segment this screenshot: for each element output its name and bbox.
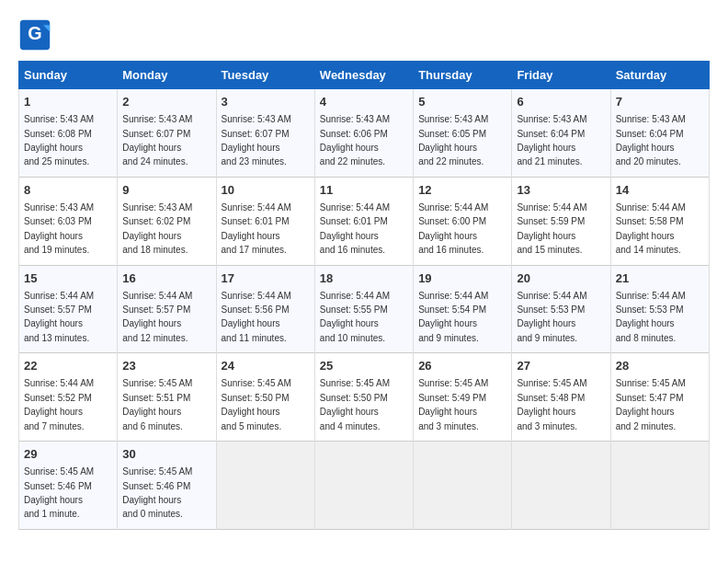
day-info: Sunrise: 5:44 AM Sunset: 5:52 PM Dayligh… — [24, 378, 94, 431]
day-cell: 14 Sunrise: 5:44 AM Sunset: 5:58 PM Dayl… — [610, 177, 709, 265]
day-info: Sunrise: 5:45 AM Sunset: 5:50 PM Dayligh… — [320, 378, 390, 431]
day-number: 7 — [616, 94, 704, 110]
day-info: Sunrise: 5:44 AM Sunset: 5:57 PM Dayligh… — [122, 291, 192, 343]
day-info: Sunrise: 5:44 AM Sunset: 5:53 PM Dayligh… — [616, 291, 686, 343]
day-number: 16 — [122, 270, 210, 287]
day-number: 20 — [517, 270, 605, 287]
day-number: 18 — [320, 270, 408, 287]
day-cell: 12 Sunrise: 5:44 AM Sunset: 6:00 PM Dayl… — [414, 177, 512, 265]
day-cell: 5 Sunrise: 5:43 AM Sunset: 6:05 PM Dayli… — [414, 89, 512, 178]
day-info: Sunrise: 5:45 AM Sunset: 5:46 PM Dayligh… — [24, 466, 94, 519]
weekday-header-tuesday: Tuesday — [216, 62, 314, 89]
day-info: Sunrise: 5:45 AM Sunset: 5:51 PM Dayligh… — [122, 378, 192, 431]
day-cell: 3 Sunrise: 5:43 AM Sunset: 6:07 PM Dayli… — [216, 89, 314, 178]
day-number: 1 — [24, 94, 112, 110]
day-number: 10 — [222, 182, 310, 199]
day-number: 30 — [122, 446, 210, 463]
week-row-4: 22 Sunrise: 5:44 AM Sunset: 5:52 PM Dayl… — [19, 353, 710, 442]
weekday-header-friday: Friday — [512, 62, 610, 89]
day-cell — [414, 442, 512, 530]
day-info: Sunrise: 5:43 AM Sunset: 6:06 PM Dayligh… — [320, 114, 390, 167]
day-number: 9 — [122, 182, 210, 199]
day-cell: 26 Sunrise: 5:45 AM Sunset: 5:49 PM Dayl… — [414, 353, 512, 442]
day-info: Sunrise: 5:44 AM Sunset: 5:57 PM Dayligh… — [24, 291, 94, 343]
day-info: Sunrise: 5:43 AM Sunset: 6:04 PM Dayligh… — [517, 114, 586, 167]
day-cell: 22 Sunrise: 5:44 AM Sunset: 5:52 PM Dayl… — [19, 353, 118, 442]
day-number: 13 — [517, 182, 605, 199]
day-cell — [216, 442, 314, 530]
day-number: 15 — [24, 270, 112, 287]
day-number: 5 — [418, 94, 506, 110]
day-number: 4 — [320, 94, 408, 110]
week-row-2: 8 Sunrise: 5:43 AM Sunset: 6:03 PM Dayli… — [19, 177, 710, 265]
day-info: Sunrise: 5:45 AM Sunset: 5:48 PM Dayligh… — [517, 378, 586, 431]
day-info: Sunrise: 5:44 AM Sunset: 5:54 PM Dayligh… — [418, 291, 488, 343]
svg-text:G: G — [28, 23, 41, 43]
weekday-header-thursday: Thursday — [414, 62, 512, 89]
day-info: Sunrise: 5:43 AM Sunset: 6:02 PM Dayligh… — [122, 202, 192, 255]
day-info: Sunrise: 5:44 AM Sunset: 6:01 PM Dayligh… — [222, 202, 291, 255]
day-number: 17 — [222, 270, 310, 287]
calendar-table: SundayMondayTuesdayWednesdayThursdayFrid… — [18, 61, 710, 530]
weekday-header-wednesday: Wednesday — [314, 62, 413, 89]
day-number: 24 — [222, 358, 310, 374]
day-cell: 24 Sunrise: 5:45 AM Sunset: 5:50 PM Dayl… — [216, 353, 314, 442]
day-cell: 19 Sunrise: 5:44 AM Sunset: 5:54 PM Dayl… — [414, 265, 512, 353]
day-cell: 2 Sunrise: 5:43 AM Sunset: 6:07 PM Dayli… — [118, 89, 216, 178]
day-number: 21 — [616, 270, 704, 287]
day-cell: 17 Sunrise: 5:44 AM Sunset: 5:56 PM Dayl… — [216, 265, 314, 353]
day-info: Sunrise: 5:44 AM Sunset: 5:55 PM Dayligh… — [320, 291, 390, 343]
day-info: Sunrise: 5:45 AM Sunset: 5:46 PM Dayligh… — [122, 466, 192, 519]
day-cell: 18 Sunrise: 5:44 AM Sunset: 5:55 PM Dayl… — [314, 265, 413, 353]
day-cell: 9 Sunrise: 5:43 AM Sunset: 6:02 PM Dayli… — [118, 177, 216, 265]
day-cell: 25 Sunrise: 5:45 AM Sunset: 5:50 PM Dayl… — [314, 353, 413, 442]
day-info: Sunrise: 5:44 AM Sunset: 5:53 PM Dayligh… — [517, 291, 586, 343]
week-row-1: 1 Sunrise: 5:43 AM Sunset: 6:08 PM Dayli… — [19, 89, 710, 178]
weekday-header-sunday: Sunday — [19, 62, 118, 89]
weekday-header-monday: Monday — [118, 62, 216, 89]
day-cell: 23 Sunrise: 5:45 AM Sunset: 5:51 PM Dayl… — [118, 353, 216, 442]
day-info: Sunrise: 5:43 AM Sunset: 6:03 PM Dayligh… — [24, 202, 94, 255]
day-number: 14 — [616, 182, 704, 199]
day-info: Sunrise: 5:44 AM Sunset: 5:58 PM Dayligh… — [616, 202, 686, 255]
day-number: 22 — [24, 358, 112, 374]
day-number: 25 — [320, 358, 408, 374]
day-info: Sunrise: 5:44 AM Sunset: 6:00 PM Dayligh… — [418, 202, 488, 255]
day-number: 11 — [320, 182, 408, 199]
day-cell: 15 Sunrise: 5:44 AM Sunset: 5:57 PM Dayl… — [19, 265, 118, 353]
day-cell: 1 Sunrise: 5:43 AM Sunset: 6:08 PM Dayli… — [19, 89, 118, 178]
day-cell: 27 Sunrise: 5:45 AM Sunset: 5:48 PM Dayl… — [512, 353, 610, 442]
day-number: 29 — [24, 446, 112, 463]
day-info: Sunrise: 5:45 AM Sunset: 5:49 PM Dayligh… — [418, 378, 488, 431]
day-info: Sunrise: 5:45 AM Sunset: 5:47 PM Dayligh… — [616, 378, 686, 431]
day-number: 6 — [517, 94, 605, 110]
day-cell: 11 Sunrise: 5:44 AM Sunset: 6:01 PM Dayl… — [314, 177, 413, 265]
weekday-header-row: SundayMondayTuesdayWednesdayThursdayFrid… — [19, 62, 710, 89]
day-cell: 30 Sunrise: 5:45 AM Sunset: 5:46 PM Dayl… — [118, 442, 216, 530]
day-number: 3 — [222, 94, 310, 110]
day-info: Sunrise: 5:43 AM Sunset: 6:07 PM Dayligh… — [122, 114, 192, 167]
day-info: Sunrise: 5:44 AM Sunset: 6:01 PM Dayligh… — [320, 202, 390, 255]
day-cell: 28 Sunrise: 5:45 AM Sunset: 5:47 PM Dayl… — [610, 353, 709, 442]
logo: G — [18, 18, 56, 52]
day-number: 2 — [122, 94, 210, 110]
day-info: Sunrise: 5:45 AM Sunset: 5:50 PM Dayligh… — [222, 378, 291, 431]
day-cell: 29 Sunrise: 5:45 AM Sunset: 5:46 PM Dayl… — [19, 442, 118, 530]
day-number: 23 — [122, 358, 210, 374]
day-number: 12 — [418, 182, 506, 199]
day-cell: 6 Sunrise: 5:43 AM Sunset: 6:04 PM Dayli… — [512, 89, 610, 178]
day-number: 26 — [418, 358, 506, 374]
logo-icon: G — [18, 18, 51, 52]
day-info: Sunrise: 5:44 AM Sunset: 5:56 PM Dayligh… — [222, 291, 291, 343]
day-cell — [314, 442, 413, 530]
day-cell: 13 Sunrise: 5:44 AM Sunset: 5:59 PM Dayl… — [512, 177, 610, 265]
day-cell: 7 Sunrise: 5:43 AM Sunset: 6:04 PM Dayli… — [610, 89, 709, 178]
day-cell — [512, 442, 610, 530]
day-cell: 4 Sunrise: 5:43 AM Sunset: 6:06 PM Dayli… — [314, 89, 413, 178]
week-row-3: 15 Sunrise: 5:44 AM Sunset: 5:57 PM Dayl… — [19, 265, 710, 353]
day-cell: 20 Sunrise: 5:44 AM Sunset: 5:53 PM Dayl… — [512, 265, 610, 353]
week-row-5: 29 Sunrise: 5:45 AM Sunset: 5:46 PM Dayl… — [19, 442, 710, 530]
day-info: Sunrise: 5:43 AM Sunset: 6:08 PM Dayligh… — [24, 114, 94, 167]
page-header: G — [18, 18, 710, 52]
day-cell — [610, 442, 709, 530]
